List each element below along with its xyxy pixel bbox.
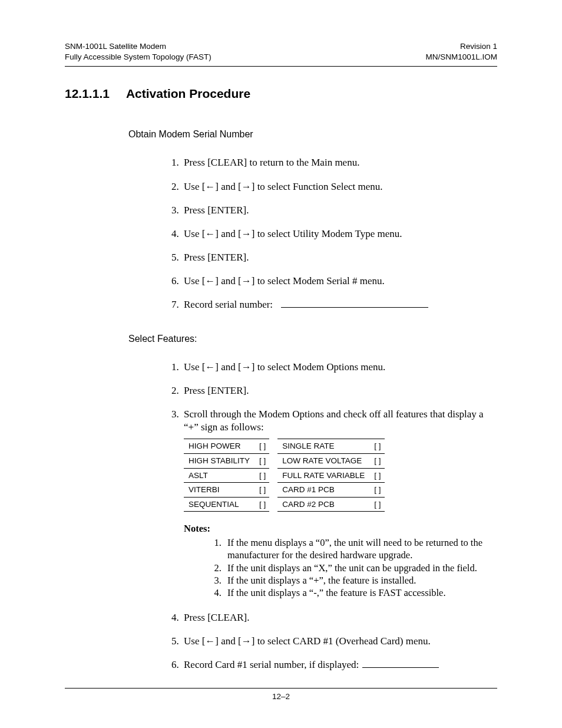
step-text: Record serial number:	[184, 299, 273, 310]
header-product: SNM-1001L Satellite Modem	[65, 41, 211, 52]
feature-name: CARD #1 PCB	[277, 483, 371, 498]
note-item: If the unit displays a “-,” the feature …	[224, 587, 497, 599]
header-left: SNM-1001L Satellite Modem Fully Accessib…	[65, 41, 211, 62]
feature-name: SEQUENTIAL	[184, 497, 256, 512]
step: Use [←] and [→] to select Modem Serial #…	[181, 275, 497, 288]
feature-name: HIGH STABILITY	[184, 454, 256, 469]
step: Press [ENTER].	[181, 251, 497, 264]
feature-name: FULL RATE VARIABLE	[277, 468, 371, 483]
features-table: HIGH POWER [ ] SINGLE RATE [ ] HIGH STAB…	[184, 439, 385, 512]
feature-checkbox[interactable]: [ ]	[256, 483, 269, 498]
subheading-select-features: Select Features:	[128, 334, 497, 344]
header-subtitle: Fully Accessible System Topology (FAST)	[65, 52, 211, 62]
feature-checkbox[interactable]: [ ]	[256, 468, 269, 483]
step-text: Scroll through the Modem Options and che…	[184, 409, 484, 433]
feature-name: HIGH POWER	[184, 439, 256, 454]
steps-select-features: Use [←] and [→] to select Modem Options …	[161, 361, 497, 671]
section-title: Activation Procedure	[126, 87, 250, 101]
section-number: 12.1.1.1	[65, 87, 110, 101]
feature-name: SINGLE RATE	[277, 439, 371, 454]
page-header: SNM-1001L Satellite Modem Fully Accessib…	[65, 41, 497, 67]
feature-name: VITERBI	[184, 483, 256, 498]
table-row: SEQUENTIAL [ ] CARD #2 PCB [ ]	[184, 497, 385, 512]
table-row: HIGH POWER [ ] SINGLE RATE [ ]	[184, 439, 385, 454]
step: Use [←] and [→] to select Function Selec…	[181, 180, 497, 193]
header-right: Revision 1 MN/SNM1001L.IOM	[425, 41, 497, 62]
feature-checkbox[interactable]: [ ]	[256, 454, 269, 469]
header-revision: Revision 1	[425, 41, 497, 52]
card1-serial-blank[interactable]	[362, 667, 439, 668]
step-record-card1: Record Card #1 serial number, if display…	[181, 658, 497, 671]
step-text: Record Card #1 serial number, if display…	[184, 659, 359, 670]
header-docid: MN/SNM1001L.IOM	[425, 52, 497, 62]
table-gap	[269, 497, 277, 512]
page-number: 12–2	[272, 692, 290, 701]
steps-obtain-serial: Press [CLEAR] to return to the Main menu…	[161, 156, 497, 311]
step: Scroll through the Modem Options and che…	[181, 408, 497, 599]
subheading-obtain-serial: Obtain Modem Serial Number	[128, 129, 497, 140]
table-gap	[269, 454, 277, 469]
feature-name: ASLT	[184, 468, 256, 483]
note-item: If the menu displays a “0”, the unit wil…	[224, 536, 497, 562]
serial-number-blank[interactable]	[281, 307, 428, 308]
feature-checkbox[interactable]: [ ]	[371, 468, 384, 483]
step: Press [ENTER].	[181, 384, 497, 397]
table-gap	[269, 483, 277, 498]
feature-name: CARD #2 PCB	[277, 497, 371, 512]
feature-checkbox[interactable]: [ ]	[371, 483, 384, 498]
step: Press [CLEAR] to return to the Main menu…	[181, 156, 497, 169]
feature-checkbox[interactable]: [ ]	[256, 439, 269, 454]
table-gap	[269, 468, 277, 483]
step: Press [CLEAR].	[181, 611, 497, 624]
step: Press [ENTER].	[181, 204, 497, 217]
step-record-serial: Record serial number:	[181, 298, 497, 311]
feature-checkbox[interactable]: [ ]	[256, 497, 269, 512]
feature-name: LOW RATE VOLTAGE	[277, 454, 371, 469]
page: SNM-1001L Satellite Modem Fully Accessib…	[0, 0, 562, 728]
note-item: If the unit displays an “X,” the unit ca…	[224, 562, 497, 574]
notes-block: Notes: If the menu displays a “0”, the u…	[184, 522, 497, 599]
table-gap	[269, 439, 277, 454]
table-row: VITERBI [ ] CARD #1 PCB [ ]	[184, 483, 385, 498]
step: Use [←] and [→] to select Modem Options …	[181, 361, 497, 374]
step: Use [←] and [→] to select Utility Modem …	[181, 228, 497, 241]
table-row: HIGH STABILITY [ ] LOW RATE VOLTAGE [ ]	[184, 454, 385, 469]
feature-checkbox[interactable]: [ ]	[371, 439, 384, 454]
note-item: If the unit displays a “+”, the feature …	[224, 574, 497, 587]
section-heading: 12.1.1.1 Activation Procedure	[65, 87, 497, 101]
feature-checkbox[interactable]: [ ]	[371, 497, 384, 512]
notes-list: If the menu displays a “0”, the unit wil…	[207, 536, 497, 599]
step: Use [←] and [→] to select CARD #1 (Overh…	[181, 635, 497, 648]
page-footer: 12–2	[65, 688, 497, 701]
notes-title: Notes:	[184, 522, 497, 535]
table-row: ASLT [ ] FULL RATE VARIABLE [ ]	[184, 468, 385, 483]
feature-checkbox[interactable]: [ ]	[371, 454, 384, 469]
